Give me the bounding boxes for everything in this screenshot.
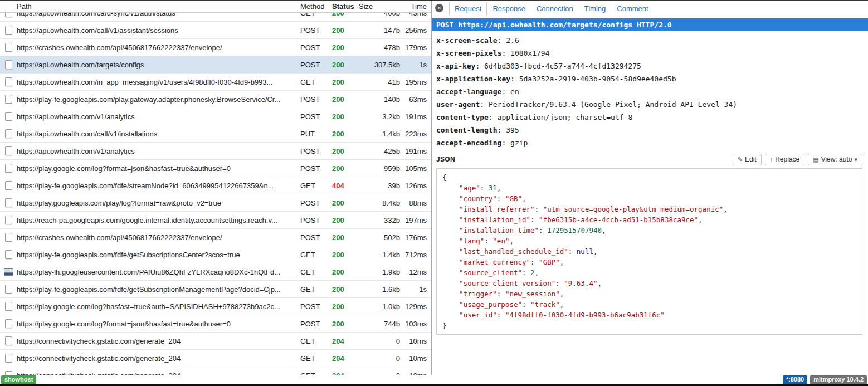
table-row[interactable]: https://api.owhealth.com/in_app_messagin… [0, 74, 431, 91]
request-headers: x-screen-scale: 2.6x-screen-pixels: 1080… [432, 31, 868, 152]
table-row[interactable]: https://connectivitycheck.gstatic.com/ge… [0, 333, 431, 350]
tab-request[interactable]: Request [449, 2, 487, 16]
flow-path: https://play.googleapis.com/play/log?for… [17, 199, 300, 207]
flow-size: 3.2kb [358, 113, 400, 121]
json-code-line: "install_referrer": "utm_source=google-p… [442, 204, 856, 214]
table-row[interactable]: https://play.googleapis.com/play/log?for… [0, 194, 431, 212]
flow-time: 126ms [400, 182, 431, 190]
view-mode-dropdown[interactable]: ▤View: auto ▾ [808, 154, 862, 165]
header-value: en [510, 87, 519, 96]
table-row[interactable]: https://api.owhealth.com/card-sync/v1/au… [0, 13, 431, 22]
flow-size: 332b [358, 216, 400, 224]
flow-path: https://api.owhealth.com/v1/analytics [17, 147, 300, 155]
flow-type-icon [5, 95, 12, 104]
column-header-status[interactable]: Status [332, 2, 358, 11]
flow-method: GET [300, 78, 332, 86]
flow-size: 1.4kb [358, 251, 400, 259]
flow-type-icon [5, 43, 12, 52]
replace-button[interactable]: ↑Replace [765, 154, 805, 165]
flow-time: 105ms [400, 164, 431, 173]
flow-path: https://play-fe.googleapis.com/fdfe/stre… [17, 182, 300, 190]
header-name: x-api-key [436, 62, 475, 70]
flow-method: POST [300, 233, 332, 242]
flow-table-header: Path Method Status Size Time [0, 1, 431, 13]
footer-bar: showhost *:8080 mitmproxy 10.4.2 [0, 375, 868, 384]
column-header-size[interactable]: Size [358, 2, 400, 11]
flow-time: 10ms [400, 354, 431, 363]
flow-time: 129ms [400, 302, 431, 311]
table-row[interactable]: https://connectivitycheck.gstatic.com/ge… [0, 367, 431, 375]
flow-time: 176ms [400, 233, 431, 242]
flow-status: 200 [332, 113, 358, 121]
json-code-line: } [442, 320, 856, 331]
json-body[interactable]: { "age": 31, "country": "GB", "install_r… [436, 168, 862, 335]
body-toolbar: JSON ✎Edit ↑Replace ▤View: auto ▾ [432, 152, 868, 167]
header-value: PeriodTracker/9.63.4 (Google Pixel; Andr… [489, 100, 737, 109]
main-panes: Path Method Status Size Time https://api… [0, 1, 868, 375]
flow-path: https://crashes.owhealth.com/api/4506817… [17, 233, 300, 242]
flow-status: 200 [332, 13, 358, 17]
tab-timing[interactable]: Timing [579, 2, 612, 16]
flow-method: GET [300, 285, 332, 294]
flow-time: 12ms [400, 268, 431, 276]
request-header-line: x-screen-pixels: 1080x1794 [436, 47, 864, 60]
flow-path: https://play.google.com/log?format=json&… [17, 320, 300, 328]
json-code-line: { [442, 172, 856, 183]
table-row[interactable]: https://api.owhealth.com/call/v1/install… [0, 125, 431, 143]
request-header-line: x-screen-scale: 2.6 [436, 34, 864, 47]
table-row[interactable]: https://reach-pa.googleapis.com/google.i… [0, 212, 431, 229]
table-row[interactable]: https://connectivitycheck.gstatic.com/ge… [0, 350, 431, 367]
close-detail-icon[interactable]: × [435, 4, 443, 12]
table-row[interactable]: https://api.owhealth.com/targets/configs… [0, 56, 431, 74]
edit-button[interactable]: ✎Edit [733, 154, 762, 165]
flow-size: 1.4kb [358, 130, 400, 138]
flow-type-icon [5, 129, 12, 138]
column-header-method[interactable]: Method [300, 2, 332, 11]
table-row[interactable]: https://api.owhealth.com/v1/analytics PO… [0, 108, 431, 125]
table-row[interactable]: https://api.owhealth.com/v1/analytics PO… [0, 143, 431, 160]
header-separator: : [480, 100, 489, 109]
tab-response[interactable]: Response [487, 2, 531, 16]
flow-status: 200 [332, 251, 358, 259]
flow-path: https://connectivitycheck.gstatic.com/ge… [17, 354, 300, 363]
table-row[interactable]: https://play.google.com/log?format=json&… [0, 315, 431, 333]
request-first-line[interactable]: POST https://api.owhealth.com/targets/co… [432, 18, 868, 31]
table-row[interactable]: https://play.google.com/log?hasfast=true… [0, 298, 431, 315]
flow-type-icon [5, 233, 12, 242]
header-name: x-screen-scale [436, 36, 498, 45]
flow-status: 200 [332, 147, 358, 155]
column-header-time[interactable]: Time [400, 2, 431, 11]
showhost-badge[interactable]: showhost [1, 375, 36, 384]
flow-time: 712ms [400, 251, 431, 259]
flow-status: 200 [332, 199, 358, 207]
flow-status: 404 [332, 182, 358, 190]
header-value: 1080x1794 [510, 49, 549, 57]
flow-status: 200 [332, 302, 358, 311]
flow-type-icon [5, 285, 12, 294]
json-code-line: "country": "GB", [442, 193, 856, 204]
table-row[interactable]: https://api.owhealth.com/call/v1/assista… [0, 22, 431, 39]
flow-method: GET [300, 13, 332, 17]
detail-tabbar: × RequestResponseConnectionTimingComment [432, 1, 868, 16]
flow-size: 478b [358, 43, 400, 52]
table-row[interactable]: https://crashes.owhealth.com/api/4506817… [0, 229, 431, 246]
table-row[interactable]: https://play-lh.googleusercontent.com/PA… [0, 263, 431, 281]
flow-time: 1s [400, 285, 431, 294]
flow-time: 10ms [400, 337, 431, 345]
flow-path: https://play-lh.googleusercontent.com/PA… [17, 268, 300, 276]
tab-comment[interactable]: Comment [611, 2, 654, 16]
table-row[interactable]: https://play-fe.googleapis.com/fdfe/getS… [0, 281, 431, 298]
flow-status: 200 [332, 43, 358, 52]
header-value: application/json; charset=utf-8 [498, 113, 633, 121]
table-row[interactable]: https://crashes.owhealth.com/api/4506817… [0, 39, 431, 56]
tab-connection[interactable]: Connection [531, 2, 579, 16]
table-row[interactable]: https://play.google.com/log?format=json&… [0, 160, 431, 177]
flow-type-icon [5, 112, 12, 121]
table-row[interactable]: https://play-fe.googleapis.com/fdfe/getS… [0, 246, 431, 263]
table-row[interactable]: https://play-fe.googleapis.com/fdfe/stre… [0, 177, 431, 194]
request-header-line: accept-language: en [436, 85, 864, 98]
detail-tabs: RequestResponseConnectionTimingComment [449, 1, 654, 16]
flow-time: 223ms [400, 130, 431, 138]
table-row[interactable]: https://play-fe.googleapis.com/play.gate… [0, 91, 431, 108]
column-header-path[interactable]: Path [17, 2, 300, 11]
